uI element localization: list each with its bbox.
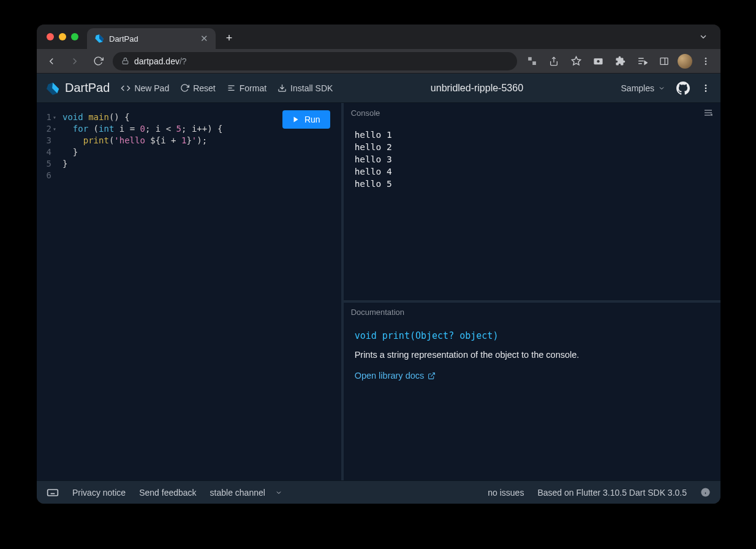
console-title: Console: [351, 108, 380, 118]
documentation-title: Documentation: [351, 308, 404, 317]
dart-favicon-icon: [94, 34, 104, 44]
close-window-button[interactable]: [47, 33, 54, 40]
clear-console-icon[interactable]: [703, 108, 713, 118]
side-panel-icon[interactable]: [656, 53, 673, 70]
code-content[interactable]: void main() { for (int i = 0; i < 5; i++…: [60, 103, 341, 480]
chevron-down-icon: [658, 85, 665, 92]
privacy-link[interactable]: Privacy notice: [72, 488, 126, 498]
github-link[interactable]: [676, 81, 690, 95]
doc-description: Prints a string representation of the ob…: [355, 350, 709, 360]
project-title: unbridled-ripple-5360: [344, 83, 610, 94]
svg-point-11: [705, 58, 707, 59]
format-icon: [227, 83, 236, 93]
fold-column: ▾ ▾: [53, 103, 60, 480]
close-tab-icon[interactable]: ✕: [200, 33, 208, 44]
feedback-link[interactable]: Send feedback: [139, 488, 196, 498]
tab-bar: DartPad ✕ +: [37, 25, 720, 49]
url-field[interactable]: dartpad.dev/?: [113, 52, 517, 70]
code-icon: [121, 83, 130, 93]
new-tab-button[interactable]: +: [221, 29, 238, 47]
app-header: DartPad New Pad Reset Format Install SDK…: [37, 74, 720, 103]
svg-point-18: [705, 85, 707, 86]
reset-button[interactable]: Reset: [180, 83, 216, 93]
browser-menu-icon[interactable]: [697, 53, 714, 70]
translate-icon[interactable]: [523, 53, 540, 70]
profile-avatar[interactable]: [678, 54, 692, 69]
github-icon: [676, 81, 690, 95]
svg-line-27: [431, 373, 435, 376]
new-pad-button[interactable]: New Pad: [121, 83, 169, 93]
format-button[interactable]: Format: [227, 83, 266, 93]
samples-dropdown[interactable]: Samples: [621, 83, 665, 93]
documentation-panel: Documentation void print(Object? object)…: [344, 303, 720, 480]
reload-button[interactable]: [89, 53, 107, 70]
doc-signature: void print(Object? object): [355, 330, 709, 341]
url-path: /?: [180, 56, 187, 66]
right-panel: Console hello 1 hello 2 hello 3 hello 4 …: [341, 103, 720, 480]
lock-icon: [121, 57, 129, 65]
extensions-icon[interactable]: [611, 53, 629, 70]
svg-marker-2: [572, 56, 580, 64]
line-gutter: 1 2 3 4 5 6: [37, 103, 53, 480]
back-button[interactable]: [43, 53, 60, 70]
browser-tab[interactable]: DartPad ✕: [87, 28, 216, 49]
channel-dropdown[interactable]: stable channel: [210, 488, 282, 498]
doc-link[interactable]: Open library docs: [355, 371, 436, 381]
svg-point-13: [705, 63, 707, 65]
console-panel: Console hello 1 hello 2 hello 3 hello 4 …: [344, 103, 720, 303]
bookmark-icon[interactable]: [567, 53, 584, 70]
issues-status: no issues: [488, 488, 524, 498]
code-editor[interactable]: 1 2 3 4 5 6 ▾ ▾ void main() { for (int i…: [37, 103, 341, 480]
app-menu-button[interactable]: [701, 83, 711, 93]
url-domain: dartpad.dev: [134, 56, 180, 66]
logo[interactable]: DartPad: [47, 81, 110, 95]
logo-text: DartPad: [65, 81, 110, 95]
info-icon[interactable]: [700, 487, 711, 498]
sdk-version: Based on Flutter 3.10.5 Dart SDK 3.0.5: [537, 488, 687, 498]
tabs-overflow-icon[interactable]: [698, 32, 714, 42]
reset-icon: [180, 83, 189, 93]
svg-rect-0: [123, 61, 128, 64]
svg-point-12: [705, 60, 707, 62]
run-button[interactable]: Run: [282, 110, 330, 129]
install-sdk-button[interactable]: Install SDK: [278, 83, 333, 93]
window-controls: [47, 33, 78, 40]
svg-rect-28: [48, 490, 58, 496]
address-bar: dartpad.dev/?: [37, 49, 720, 74]
svg-point-19: [705, 87, 707, 89]
main-split: 1 2 3 4 5 6 ▾ ▾ void main() { for (int i…: [37, 103, 720, 480]
svg-point-4: [597, 60, 599, 62]
tab-title: DartPad: [109, 34, 195, 44]
forward-button[interactable]: [66, 53, 83, 70]
svg-point-20: [705, 90, 707, 92]
camera-icon[interactable]: [589, 53, 607, 70]
chevron-down-icon: [275, 489, 282, 496]
svg-marker-21: [293, 117, 298, 123]
share-icon[interactable]: [545, 53, 562, 70]
kebab-menu-icon: [701, 83, 711, 93]
external-link-icon: [428, 372, 436, 380]
browser-window: DartPad ✕ + dartpad.dev/?: [37, 25, 720, 504]
dart-logo-icon: [47, 81, 60, 95]
keyboard-shortcuts-icon[interactable]: [47, 487, 59, 499]
download-icon: [278, 83, 287, 93]
svg-rect-9: [660, 58, 668, 64]
status-bar: Privacy notice Send feedback stable chan…: [37, 480, 720, 504]
minimize-window-button[interactable]: [59, 33, 66, 40]
toolbar-icons: [523, 53, 714, 70]
console-output: hello 1 hello 2 hello 3 hello 4 hello 5: [344, 123, 720, 300]
maximize-window-button[interactable]: [71, 33, 78, 40]
playlist-icon[interactable]: [633, 53, 651, 70]
svg-marker-8: [644, 61, 647, 65]
play-icon: [292, 116, 300, 123]
